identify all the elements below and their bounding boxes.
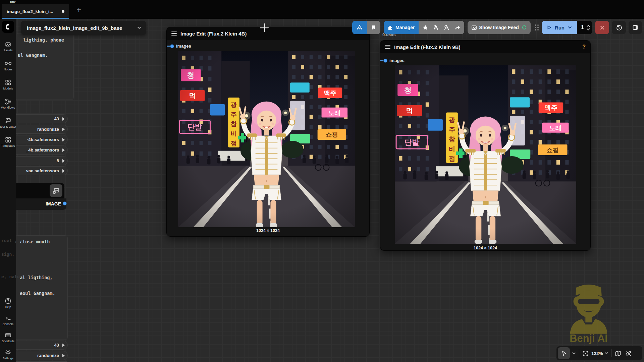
model-a-icon[interactable] — [433, 24, 439, 31]
input-output-icon — [5, 117, 11, 124]
widget-row[interactable]: 43 — [9, 341, 68, 350]
widget-arrow-icon[interactable] — [62, 169, 65, 173]
sidebar-items: Assets Nodes Models Workflows Input & Ou… — [0, 33, 16, 147]
sidebar-footer-items: Help Console Shortcuts Settings — [0, 292, 16, 360]
refresh-icon — [521, 25, 527, 31]
manager-button[interactable]: Manager — [384, 21, 419, 34]
fit-view-icon[interactable] — [582, 350, 589, 357]
console-icon — [5, 315, 11, 321]
show-image-feed-button[interactable]: Show Image Feed — [468, 21, 531, 34]
workflow-tab[interactable]: image_flux2_klein_i... — [2, 4, 69, 19]
image-feed-icon — [471, 25, 477, 31]
divider — [611, 349, 612, 357]
workflow-graph-icon — [356, 24, 363, 31]
help-icon — [5, 298, 11, 304]
widget-arrow-icon[interactable] — [62, 159, 65, 163]
star-icon[interactable] — [422, 24, 428, 31]
bookmark-button[interactable] — [367, 21, 380, 34]
cancel-run-button[interactable] — [595, 21, 609, 34]
sidebar-item-label: Console — [2, 322, 13, 326]
node-image-edit-4b[interactable]: Image Edit (Flux.2 Klein 4B) images 청 먹 … — [166, 27, 370, 237]
share-icon[interactable] — [454, 24, 461, 31]
images-input-port[interactable] — [384, 59, 387, 62]
sidebar-item-shortcuts[interactable]: Shortcuts — [0, 332, 16, 343]
widget-row[interactable]: 43 — [9, 114, 68, 123]
run-button[interactable]: Run — [542, 21, 577, 34]
minimap-icon[interactable] — [615, 350, 621, 357]
prompt-textarea-fragment[interactable]: ligthing, phoneul Gangnam. — [15, 34, 74, 100]
model-a-icon[interactable] — [444, 24, 450, 31]
workflow-name-dropdown[interactable]: image_flux2_klein_image_edit_9b_base — [21, 21, 146, 35]
node-header[interactable]: Image Edit (Flux.2 Klein 4B) — [167, 27, 369, 40]
chevron-down-icon[interactable] — [572, 351, 576, 355]
workflow-graph-button[interactable] — [352, 21, 367, 34]
manager-label: Manager — [395, 25, 415, 30]
help-badge[interactable]: ? — [582, 44, 586, 50]
preview-image-9b[interactable]: 청 먹 단발 광주참비점 맥주 노래 쇼핑 — [395, 65, 576, 244]
zoom-level[interactable]: 122% — [591, 351, 603, 356]
comfyui-window: Benji AI ligthing, phoneul Gangnam. 43 r… — [0, 0, 644, 362]
node-menu-icon[interactable] — [171, 32, 177, 36]
sidebar-item-assets[interactable]: Assets — [0, 41, 16, 52]
sidebar-item-help[interactable]: Help — [0, 298, 16, 309]
history-button[interactable] — [612, 21, 626, 34]
sidebar-item-label: Assets — [3, 49, 12, 52]
widget-row[interactable]: randomize — [9, 125, 68, 134]
sidebar-item-console[interactable]: Console — [0, 315, 16, 326]
panel-toggle-button[interactable] — [629, 21, 642, 34]
node-image-edit-9b[interactable]: Image Edit (Flux.2 Klein 9B) ? images 청 … — [380, 40, 591, 251]
widget-value: 43 — [54, 343, 59, 348]
pointer-tool-button[interactable] — [558, 347, 570, 359]
workflows-icon — [5, 98, 11, 105]
stepper-down-icon[interactable] — [586, 28, 590, 31]
sidebar-item-models[interactable]: Models — [0, 79, 16, 90]
close-icon — [600, 25, 605, 30]
widget-row[interactable]: vae.safetensors — [9, 166, 68, 175]
manager-group: Manager — [384, 21, 464, 34]
templates-icon — [5, 136, 11, 143]
vr-person-icon: Benji AI — [561, 283, 616, 344]
node-header[interactable]: Image Edit (Flux.2 Klein 9B) ? — [380, 41, 590, 53]
sidebar: Assets Nodes Models Workflows Input & Ou… — [0, 19, 16, 362]
image-export-button[interactable] — [50, 184, 62, 197]
run-label: Run — [555, 25, 565, 31]
street-photo-illustration: 청 먹 단발 광주참비점 맥주 노래 쇼핑 — [178, 51, 355, 227]
nodes-icon — [5, 60, 11, 67]
chevron-down-icon[interactable] — [568, 25, 572, 30]
widget-arrow-icon[interactable] — [62, 354, 65, 357]
assets-icon — [5, 41, 11, 48]
widget-row[interactable]: randomize — [9, 351, 68, 360]
widget-arrow-icon[interactable] — [62, 138, 65, 141]
widget-row[interactable]: -4b.safetensors — [9, 135, 68, 144]
node-menu-icon[interactable] — [385, 45, 390, 49]
widget-arrow-icon[interactable] — [62, 128, 65, 131]
tab-title: image_flux2_klein_i... — [7, 9, 59, 14]
images-input-label: images — [389, 58, 405, 63]
widget-arrow-icon[interactable] — [62, 148, 65, 152]
toggle-links-icon[interactable] — [625, 350, 632, 357]
sidebar-item-templates[interactable]: Templates — [0, 136, 16, 147]
widget-row[interactable]: _4b.safetensors — [9, 145, 68, 155]
widget-arrow-icon[interactable] — [62, 344, 65, 347]
load-image-node-fragment[interactable]: IMAGE — [15, 183, 66, 210]
stepper-up-icon[interactable] — [586, 25, 590, 27]
widget-arrow-icon[interactable] — [62, 117, 65, 121]
image-output-port[interactable] — [63, 202, 66, 205]
sidebar-item-settings[interactable]: Settings — [0, 349, 16, 360]
image-output-label: IMAGE — [46, 201, 61, 206]
toolbar-drag-handle[interactable] — [535, 24, 539, 31]
sidebar-item-input-output[interactable]: Input & Output — [0, 117, 16, 128]
settings-icon — [5, 349, 11, 356]
load-image-node-header[interactable] — [15, 183, 64, 198]
chevron-down-icon[interactable] — [604, 351, 608, 355]
sidebar-item-workflows[interactable]: Workflows — [0, 98, 16, 109]
watermark-label: Benji AI — [570, 333, 607, 344]
batch-count-stepper[interactable]: 1 — [577, 21, 592, 34]
widget-row[interactable]: 8 — [9, 156, 68, 165]
preview-image-4b[interactable]: 청 먹 단발 광주참비점 맥주 노래 쇼핑 — [178, 51, 355, 227]
prompt-textarea-fragment[interactable]: close mouthal ligthing,eoul Gangnam. — [15, 235, 68, 340]
sidebar-item-nodes[interactable]: Nodes — [0, 60, 16, 71]
new-tab-button[interactable]: + — [74, 5, 84, 15]
comfyui-logo[interactable] — [2, 21, 14, 33]
images-input-port[interactable] — [170, 45, 174, 48]
